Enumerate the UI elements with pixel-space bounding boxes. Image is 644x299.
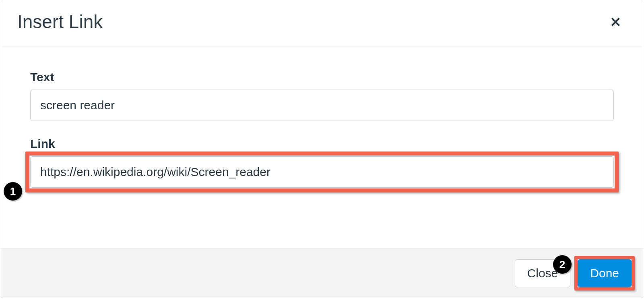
modal-title: Insert Link: [17, 11, 103, 33]
link-field-group: Link: [30, 137, 614, 188]
text-field-label: Text: [30, 70, 614, 84]
callout-badge-1: 1: [4, 182, 22, 201]
modal-header: Insert Link ✕: [1, 1, 643, 47]
callout-badge-2: 2: [553, 255, 572, 274]
link-input-wrap: [30, 156, 614, 188]
insert-link-modal: Insert Link ✕ Text Link Close Done 1 2: [1, 1, 643, 298]
modal-footer: Close Done: [1, 248, 643, 298]
text-input[interactable]: [30, 90, 614, 121]
link-input[interactable]: [30, 156, 614, 188]
link-field-label: Link: [30, 137, 614, 151]
modal-body: Text Link: [1, 47, 643, 204]
done-button[interactable]: Done: [578, 259, 632, 287]
text-field-group: Text: [30, 70, 614, 121]
close-icon[interactable]: ✕: [604, 12, 627, 32]
done-button-wrap: Done: [578, 259, 632, 287]
